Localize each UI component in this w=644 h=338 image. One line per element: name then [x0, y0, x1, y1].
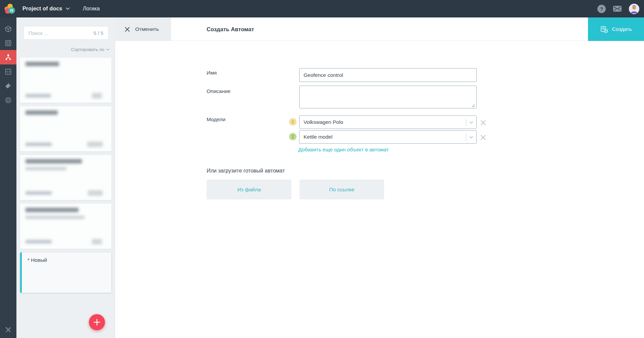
automaton-tree-icon [5, 54, 12, 61]
page-title: Создать Автомат [207, 17, 254, 41]
remove-model-1-button[interactable] [480, 119, 486, 126]
globe-icon [5, 97, 12, 104]
name-input[interactable] [299, 68, 477, 82]
sidebar-item-handlers[interactable] [0, 64, 16, 79]
redacted-subtitle [25, 216, 85, 219]
create-button[interactable]: Создать [588, 17, 644, 41]
automata-list: * Новый [20, 58, 111, 293]
from-file-button[interactable]: Из файла [207, 180, 291, 199]
sort-by-label: Сортировать по [71, 47, 104, 52]
list-item-redacted[interactable] [20, 204, 111, 249]
tools-icon [5, 326, 12, 333]
svg-text:R: R [10, 8, 13, 13]
redacted-toggle [92, 93, 102, 98]
redacted-title [25, 62, 59, 66]
select-divider [466, 119, 466, 126]
view-header: Отменить Создать Автомат Создать [115, 17, 644, 41]
add-automaton-button[interactable] [89, 314, 105, 330]
automata-list-panel: Поиск ... 5 / 5 Сортировать по [16, 17, 115, 338]
tab-logic[interactable]: Логика [83, 0, 100, 17]
model-select-2-value: Kettle model [304, 134, 332, 140]
search-placeholder: Поиск ... [29, 30, 94, 36]
redacted-title [25, 110, 58, 115]
sidebar-item-tags[interactable] [0, 79, 16, 93]
sidebar-item-tools[interactable] [0, 326, 16, 333]
redacted-toggle [87, 142, 103, 147]
help-icon[interactable]: ? [597, 5, 606, 13]
model-index-badge: 2 [289, 133, 297, 140]
plus-icon [93, 319, 101, 326]
sidebar-item-geo[interactable] [0, 93, 16, 107]
add-object-link[interactable]: Добавить еще один объект в автомат [298, 147, 389, 153]
project-name: Project of docs [22, 6, 62, 12]
close-icon [480, 135, 486, 140]
redacted-meta [25, 143, 52, 146]
redacted-meta [25, 240, 52, 243]
redacted-subtitle [25, 167, 66, 170]
redacted-title [25, 208, 78, 212]
redacted-title [25, 159, 82, 163]
chevron-down-icon [469, 121, 473, 124]
app-logo-icon: R [4, 3, 15, 14]
tag-icon [5, 82, 12, 89]
close-icon [125, 27, 130, 32]
new-item-label: * Новый [28, 257, 47, 263]
model-index-badge: 1 [289, 118, 297, 126]
model-select-2[interactable]: Kettle model [299, 130, 477, 144]
sidebar-item-objects[interactable] [0, 36, 16, 50]
create-automaton-view: Отменить Создать Автомат Создать Имя Опи… [115, 17, 644, 338]
sidebar-item-models[interactable] [0, 22, 16, 36]
upload-hint: Или загрузите готовый автомат [207, 168, 285, 174]
description-textarea[interactable] [299, 86, 477, 108]
close-icon [480, 120, 486, 126]
cancel-button[interactable]: Отменить [115, 17, 171, 41]
mail-icon[interactable] [613, 6, 622, 12]
model-select-1[interactable]: Volkswagen Polo [299, 115, 477, 129]
create-automaton-icon [600, 26, 608, 33]
list-item-redacted[interactable] [20, 155, 111, 200]
model-select-1-value: Volkswagen Polo [304, 119, 343, 125]
redacted-meta [25, 191, 52, 195]
list-item-new[interactable]: * Новый [20, 252, 111, 293]
chevron-down-icon [66, 7, 70, 10]
redacted-meta [25, 94, 51, 97]
redacted-toggle [88, 190, 103, 196]
by-link-button[interactable]: По ссылке [300, 180, 384, 199]
search-input[interactable]: Поиск ... 5 / 5 [23, 26, 108, 40]
project-switcher[interactable]: Project of docs [22, 0, 70, 17]
chevron-down-icon [469, 136, 473, 139]
topbar: R Project of docs Логика ? [0, 0, 644, 17]
cancel-label: Отменить [135, 26, 159, 32]
icon-sidebar [0, 17, 16, 338]
search-count: 5 / 5 [94, 30, 103, 36]
sort-by-dropdown[interactable]: Сортировать по [71, 47, 110, 52]
sidebar-item-automata[interactable] [0, 50, 16, 64]
code-icon [5, 68, 12, 75]
frame-icon [5, 40, 12, 47]
app-window: R Project of docs Логика ? [0, 0, 644, 338]
list-item-redacted[interactable] [20, 106, 111, 151]
select-divider [466, 134, 466, 141]
cube-icon [5, 26, 12, 33]
create-label: Создать [612, 26, 632, 32]
list-item-redacted[interactable] [20, 58, 111, 103]
models-label: Модели [207, 116, 225, 123]
user-avatar[interactable] [629, 4, 639, 14]
name-label: Имя [207, 70, 217, 76]
remove-model-2-button[interactable] [480, 134, 486, 141]
chevron-down-icon [106, 48, 110, 51]
description-label: Описание [207, 88, 230, 94]
topbar-actions: ? [597, 0, 639, 17]
redacted-toggle [92, 239, 102, 244]
